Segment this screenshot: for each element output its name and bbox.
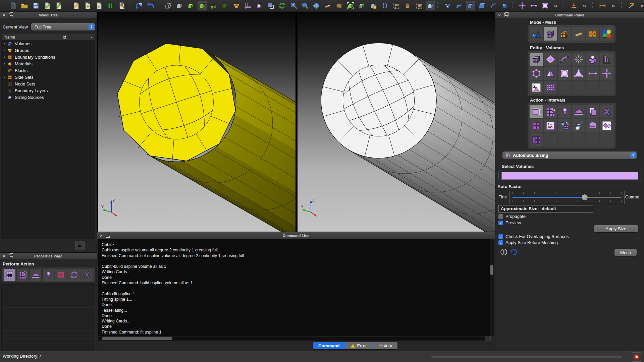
float-panel-icon[interactable] [8, 254, 13, 258]
close-icon[interactable]: ✕ [99, 233, 104, 238]
select-body-button[interactable] [454, 1, 464, 10]
properties-list[interactable] [1, 284, 95, 350]
tree-item-side-sets[interactable]: ›Side Sets [2, 74, 95, 80]
expander-icon[interactable]: › [2, 41, 7, 46]
rotate-tool-button[interactable] [627, 1, 636, 10]
action-copy-button[interactable] [586, 105, 599, 118]
entity-tet-button[interactable] [544, 67, 557, 80]
expander-icon[interactable]: › [2, 48, 7, 53]
bc-pressure-button[interactable] [569, 1, 579, 10]
tree-item-blocks[interactable]: Blocks [2, 67, 95, 74]
edit-journal-button[interactable] [71, 1, 81, 10]
scheme-dropdown[interactable]: Automatic Sizing ▲▼ [502, 152, 637, 159]
console-output[interactable]: Cubit> Cubit>set uspline volume all degr… [98, 239, 490, 336]
transparency-button[interactable] [426, 1, 435, 10]
expander-icon[interactable]: › [2, 75, 7, 79]
view-smooth-shade-button[interactable] [198, 1, 207, 10]
constraint-overflow-button[interactable]: » [609, 1, 619, 10]
annotate-view-button[interactable] [369, 1, 378, 10]
prop-smooth-button[interactable] [30, 268, 42, 281]
clipping-plane-button[interactable] [380, 1, 389, 10]
zoom-out-button[interactable] [300, 1, 310, 10]
console-corner-button[interactable] [485, 336, 491, 341]
action-intervals-button[interactable] [530, 105, 543, 118]
entity-uspline-button[interactable]: Σ [530, 81, 543, 94]
prop-refresh-button[interactable] [68, 268, 80, 281]
tab-history[interactable]: History [373, 342, 397, 349]
zoom-in-button[interactable] [289, 1, 298, 10]
entity-vertex-button[interactable] [572, 53, 585, 66]
tree-item-boundary-conditions[interactable]: ›Boundary Conditions [2, 54, 95, 60]
prop-delete-button[interactable] [81, 268, 93, 281]
viewport-right[interactable]: ZY [297, 12, 495, 232]
entity-boundary-layer-button[interactable] [600, 53, 613, 66]
apply-before-checkbox[interactable]: ✓ Apply Size Before Meshing [498, 240, 558, 245]
debug-hammer-button[interactable] [117, 1, 126, 10]
scale-ruler-button[interactable] [334, 1, 344, 10]
tree-item-boundary-layers[interactable]: Boundary Layers [2, 87, 95, 94]
close-icon[interactable]: ✕ [497, 13, 502, 17]
close-icon[interactable]: ✕ [2, 13, 6, 17]
overlap-checkbox[interactable]: ✓ Check For Overlapping Surfaces [498, 234, 569, 239]
view-shaded-button[interactable] [186, 1, 196, 10]
action-delete-button[interactable] [600, 105, 613, 118]
action-mesh-button[interactable] [544, 105, 557, 118]
tree-item-groups[interactable]: ›Groups [2, 47, 95, 54]
tree-item-materials[interactable]: ›Materials [2, 60, 95, 67]
apply-size-button[interactable]: Apply Size [594, 225, 638, 232]
graph-axes-button[interactable] [243, 1, 253, 10]
view-wireframe-button[interactable] [163, 1, 173, 10]
action-columns-button[interactable] [530, 133, 543, 146]
refresh-graphics-button[interactable] [277, 1, 287, 10]
console-hscrollbar[interactable] [98, 337, 485, 341]
tab-error[interactable]: Error [345, 342, 372, 349]
action-uspline-fit-button[interactable] [600, 119, 613, 132]
entity-tri-button[interactable] [572, 67, 585, 80]
select-vertex-button[interactable] [500, 1, 509, 10]
mode-geometry-button[interactable] [530, 27, 543, 41]
select-volume-button[interactable] [466, 1, 475, 10]
sizing-function-button[interactable] [255, 1, 264, 10]
mode-fem-button[interactable] [558, 27, 571, 41]
name-column-header[interactable]: Name [4, 35, 15, 40]
action-cleanup-button[interactable] [572, 119, 585, 132]
stop-button[interactable] [632, 352, 641, 362]
slider-thumb[interactable] [582, 194, 588, 200]
select-volumes-input[interactable] [501, 172, 638, 180]
mode-post-button[interactable] [600, 27, 613, 41]
journal-id-button[interactable]: ID [94, 1, 104, 10]
float-panel-icon[interactable] [503, 13, 508, 17]
action-renumber-button[interactable]: 1→100 [544, 119, 557, 132]
tree-item-volumes[interactable]: ›Volumes [2, 40, 95, 47]
entity-quad-button[interactable] [558, 67, 571, 80]
entity-matrix-button[interactable] [544, 81, 557, 94]
sort-arrow-icon[interactable]: ▲ [90, 36, 93, 39]
viewport-left[interactable]: ZY [98, 12, 296, 232]
action-swap-button[interactable] [558, 119, 571, 132]
prop-quality-button[interactable] [42, 268, 54, 281]
expander-icon[interactable]: › [2, 61, 7, 66]
journal-snippet-b-button[interactable] [403, 1, 412, 10]
mode-blocks-button[interactable] [586, 27, 599, 41]
auto-factor-slider[interactable] [509, 191, 625, 204]
select-surface-button[interactable] [477, 1, 487, 10]
rotate-view-button[interactable] [312, 1, 321, 10]
entity-node-button[interactable] [600, 67, 613, 80]
zoom-fit-button[interactable] [346, 1, 355, 10]
entity-volume-button[interactable] [530, 53, 543, 66]
action-database-button[interactable] [586, 119, 599, 132]
entity-group-button[interactable] [586, 53, 599, 66]
view-from-button[interactable] [357, 1, 367, 10]
undo-button[interactable] [146, 1, 155, 10]
current-view-dropdown[interactable]: Full Tree ▲▼ [31, 23, 95, 31]
action-quality-button[interactable] [558, 105, 571, 118]
close-icon[interactable]: ✕ [2, 254, 6, 258]
import-button[interactable] [43, 1, 52, 10]
entity-edge-button[interactable] [586, 67, 599, 80]
entity-hex-button[interactable] [530, 67, 543, 80]
tree-item-sizing-sources[interactable]: Sizing Sources [2, 94, 95, 101]
tools-overflow-button[interactable]: » [638, 1, 644, 10]
tab-command[interactable]: Command [313, 342, 345, 349]
float-panel-icon[interactable] [8, 13, 13, 17]
view-geometry-button[interactable] [209, 1, 218, 10]
